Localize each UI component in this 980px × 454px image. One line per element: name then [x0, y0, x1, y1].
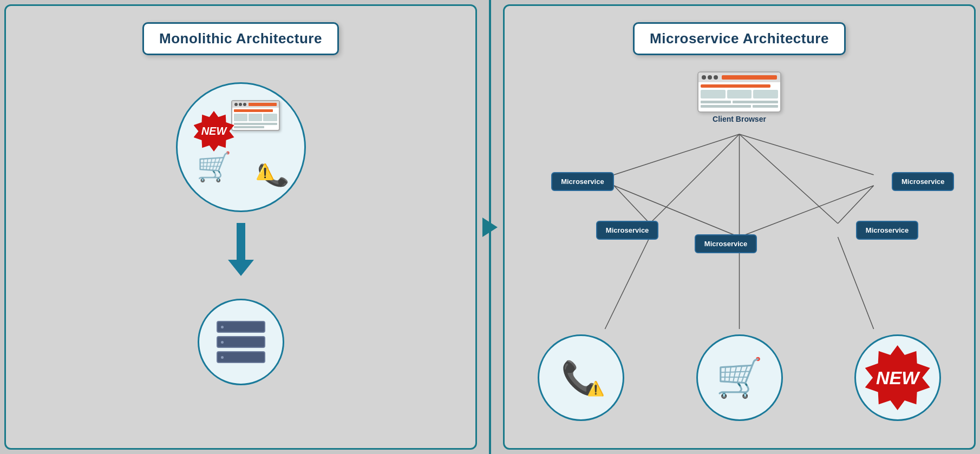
cart-icon-micro: 🛒 — [716, 356, 763, 400]
browser-cell-1 — [701, 90, 726, 98]
browser-line-1 — [701, 101, 731, 103]
warning-icon-mono: ⚠️ — [256, 163, 275, 181]
client-browser-section: Client Browser — [697, 71, 781, 123]
svg-line-0 — [614, 134, 740, 175]
browser-titlebar — [698, 73, 780, 82]
server-unit-3 — [217, 351, 265, 363]
browser-line-row-1 — [701, 101, 778, 103]
browser-body — [698, 82, 780, 111]
monolithic-title-box: Monolithic Architecture — [142, 22, 339, 55]
browser-label: Client Browser — [713, 115, 766, 123]
new-service-circle: NEW — [854, 334, 941, 421]
svg-line-4 — [740, 134, 838, 223]
svg-line-9 — [605, 237, 650, 329]
server-unit-1 — [217, 321, 265, 333]
server-icon — [217, 321, 265, 363]
browser-cell-3 — [753, 90, 778, 98]
browser-icon-mono — [231, 100, 280, 131]
monolithic-title: Monolithic Architecture — [159, 30, 322, 47]
browser-dot-2 — [708, 75, 712, 80]
monolithic-panel: Monolithic Architecture — [4, 4, 477, 450]
microservice-panel: Microservice Architecture — [503, 4, 976, 450]
browser-row-1 — [701, 84, 770, 88]
svg-line-8 — [838, 186, 873, 223]
server-circle — [198, 299, 284, 385]
browser-grid — [701, 90, 778, 98]
microservice-title-box: Microservice Architecture — [633, 22, 846, 55]
browser-line-row-2 — [701, 105, 778, 108]
svg-line-7 — [740, 186, 874, 237]
browser-dot-3 — [714, 75, 718, 80]
new-badge-micro: NEW — [865, 345, 930, 410]
microservice-box-1: Microservice — [551, 172, 614, 191]
browser-cell-2 — [727, 90, 752, 98]
monolithic-content: 🛒 📞 ⚠️ NEW — [176, 82, 306, 385]
phone-icon-micro: 📞 ⚠️ — [561, 359, 602, 397]
down-arrow-mono — [237, 223, 245, 261]
divider — [479, 0, 501, 454]
svg-line-2 — [650, 134, 739, 223]
browser-line-2 — [733, 101, 778, 103]
cart-service-circle: 🛒 — [696, 334, 783, 421]
svg-line-1 — [740, 134, 874, 175]
svg-line-5 — [614, 186, 650, 223]
divider-arrow — [482, 218, 498, 237]
warning-icon-micro: ⚠️ — [587, 380, 604, 397]
browser-line-4 — [753, 105, 778, 108]
cart-icon-mono: 🛒 — [197, 150, 232, 183]
server-led-3 — [221, 356, 224, 359]
browser-bar — [722, 75, 777, 80]
microservice-box-3: Microservice — [596, 221, 659, 240]
browser-lines — [701, 101, 778, 108]
server-led-2 — [221, 341, 224, 344]
browser-dot-1 — [702, 75, 706, 80]
monolithic-app-circle: 🛒 📞 ⚠️ NEW — [176, 82, 306, 212]
browser-icon-micro — [697, 71, 781, 113]
microservice-content: Client Browser — [515, 71, 963, 432]
microservice-title: Microservice Architecture — [650, 30, 829, 47]
microservice-box-4: Microservice — [695, 234, 757, 253]
server-led — [221, 326, 224, 328]
svg-line-11 — [838, 237, 873, 329]
browser-line-3 — [701, 105, 751, 108]
new-badge-mono: NEW — [194, 111, 234, 152]
microservice-box-5: Microservice — [856, 221, 919, 240]
server-unit-2 — [217, 336, 265, 348]
microservice-diagram: Microservice Microservice Microservice M… — [515, 129, 963, 432]
microservice-box-2: Microservice — [892, 172, 955, 191]
phone-service-circle: 📞 ⚠️ — [538, 334, 624, 421]
